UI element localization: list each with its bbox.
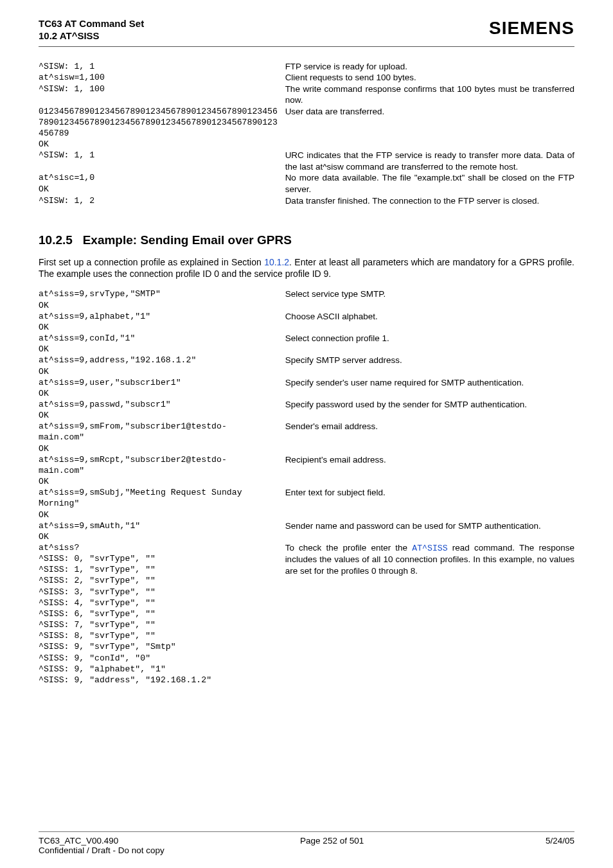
siss-query-row: at^siss? ^SISS: 0, "svrType", "" ^SISS: … [39,542,574,686]
example-row: ^SISW: 1, 100The write command response … [39,84,574,106]
section-title: Example: Sending Email over GPRS [83,233,292,247]
example-row: ^SISW: 1, 1FTP service is ready for uplo… [39,61,574,73]
command-cell: at^siss=9,user,"subscriber1" OK [39,377,285,399]
description-cell: Client requests to send 100 bytes. [285,72,574,84]
section-number: 10.2.5 [39,233,73,247]
description-cell: FTP service is ready for upload. [285,61,574,73]
command-cell: ^SISW: 1, 2 [39,195,285,206]
ftp-example-block: ^SISW: 1, 1FTP service is ready for uplo… [39,61,574,207]
example-row: at^siss=9,smRcpt,"subscriber2@testdo- ma… [39,454,574,487]
description-cell: Select connection profile 1. [285,333,574,344]
footer-left: TC63_ATC_V00.490 [39,836,118,846]
description-cell: Sender name and password can be used for… [285,520,574,532]
command-cell: at^siss=9,conId,"1" OK [39,333,285,355]
description-cell: User data are transferred. [285,106,574,118]
example-row: at^siss=9,smFrom,"subscriber1@testdo- ma… [39,421,574,454]
siss-query-right: To check the profile enter the AT^SISS r… [285,542,574,576]
example-row: at^siss=9,address,"192.168.1.2" OKSpecif… [39,355,574,376]
example-row: at^siss=9,srvType,"SMTP" OKSelect servic… [39,288,574,310]
description-cell: Enter text for subject field. [285,487,574,499]
example-row: 0123456789012345678901234567890123456789… [39,106,574,139]
command-cell: at^siss=9,srvType,"SMTP" OK [39,288,285,310]
example-row: ^SISW: 1, 1URC indicates that the FTP se… [39,150,574,172]
intro-link[interactable]: 10.1.2 [264,257,289,267]
description-cell: Specify password used by the sender for … [285,399,574,411]
description-cell: No more data available. The file "exampl… [285,172,574,195]
page-header: TC63 AT Command Set 10.2 AT^SISS SIEMENS [39,18,574,42]
at-siss-link[interactable]: AT^SISS [412,544,447,553]
intro-paragraph: First set up a connection profile as exp… [39,256,574,279]
command-cell: ^SISW: 1, 1 [39,61,285,72]
example-row: at^siss=9,smSubj,"Meeting Request Sunday… [39,487,574,520]
description-cell: URC indicates that the FTP service is re… [285,150,574,172]
footer-divider [39,831,574,832]
example-row: ^SISW: 1, 2Data transfer finished. The c… [39,195,574,207]
intro-prefix: First set up a connection profile as exp… [39,257,264,267]
doc-title: TC63 AT Command Set [39,18,144,30]
example-row: at^siss=9,alphabet,"1" OKChoose ASCII al… [39,311,574,333]
command-cell: at^siss=9,smSubj,"Meeting Request Sunday… [39,487,285,520]
command-cell: at^siss=9,passwd,"subscr1" OK [39,399,285,421]
header-left: TC63 AT Command Set 10.2 AT^SISS [39,18,144,42]
description-cell: Recipient's email address. [285,454,574,466]
description-cell: Specify SMTP server address. [285,355,574,366]
command-cell: 0123456789012345678901234567890123456789… [39,106,285,139]
footer-right: 5/24/05 [546,836,574,846]
example-row: at^siss=9,passwd,"subscr1" OKSpecify pas… [39,399,574,421]
command-cell: ^SISW: 1, 1 [39,150,285,161]
command-cell: at^siss=9,address,"192.168.1.2" OK [39,355,285,376]
footer-left-line2: Confidential / Draft - Do not copy [39,846,164,855]
example-row: at^siss=9,user,"subscriber1" OKSpecify s… [39,377,574,399]
description-cell: Specify sender's user name required for … [285,377,574,389]
example-row: OK [39,139,574,150]
description-cell: Select service type SMTP. [285,288,574,300]
command-cell: OK [39,139,285,150]
command-cell: at^siss=9,smAuth,"1" OK [39,520,285,542]
description-cell: Data transfer finished. The connection t… [285,195,574,207]
command-cell: at^siss=9,alphabet,"1" OK [39,311,285,333]
smtp-example-block: at^siss=9,srvType,"SMTP" OKSelect servic… [39,288,574,542]
command-cell: at^sisw=1,100 [39,72,285,83]
siss-query-left: at^siss? ^SISS: 0, "svrType", "" ^SISS: … [39,542,285,686]
command-cell: at^siss=9,smFrom,"subscriber1@testdo- ma… [39,421,285,454]
description-cell: The write command response confirms that… [285,84,574,106]
example-row: at^siss=9,smAuth,"1" OKSender name and p… [39,520,574,542]
command-cell: at^sisc=1,0 OK [39,172,285,194]
description-cell: Choose ASCII alphabet. [285,311,574,323]
footer-center: Page 252 of 501 [300,836,364,846]
command-cell: ^SISW: 1, 100 [39,84,285,94]
description-cell: Sender's email address. [285,421,574,432]
section-heading: 10.2.5 Example: Sending Email over GPRS [39,233,574,247]
section-ref: 10.2 AT^SISS [39,30,144,42]
example-row: at^sisw=1,100Client requests to send 100… [39,72,574,84]
brand-logo: SIEMENS [489,18,574,39]
header-divider [39,46,574,47]
page-footer: TC63_ATC_V00.490 Page 252 of 501 5/24/05… [39,831,574,855]
example-row: at^sisc=1,0 OKNo more data available. Th… [39,172,574,195]
siss-right-prefix: To check the profile enter the [285,543,413,553]
command-cell: at^siss=9,smRcpt,"subscriber2@testdo- ma… [39,454,285,487]
example-row: at^siss=9,conId,"1" OKSelect connection … [39,333,574,355]
